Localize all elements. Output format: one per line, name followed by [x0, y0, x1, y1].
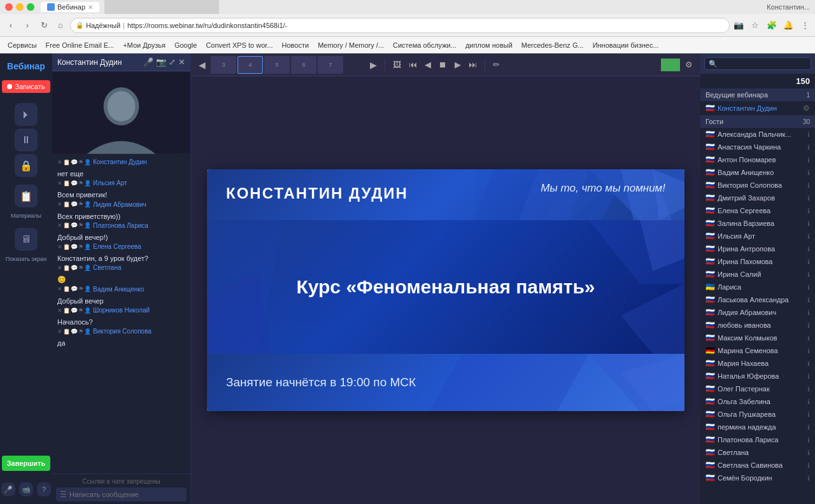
mic-header-icon[interactable]: 🎤 [143, 57, 153, 67]
notification-icon[interactable]: 🔔 [782, 19, 795, 32]
next-nav-button[interactable]: ⏭ [466, 59, 479, 71]
image-tool-button[interactable]: 🖼 [390, 59, 404, 71]
slide-thumb-7[interactable]: 7 [318, 56, 343, 74]
sidebar-icon-3[interactable]: 🔒 [15, 154, 38, 177]
info-icon[interactable]: ℹ [807, 169, 810, 176]
list-item: 🇷🇺Ирина Пахомоваℹ [700, 255, 815, 268]
maximize-window-dot[interactable] [27, 3, 34, 11]
flag-icon: 🇷🇺 [705, 359, 715, 368]
info-icon[interactable]: ℹ [807, 284, 810, 291]
new-tab-area[interactable] [104, 0, 219, 14]
info-icon[interactable]: ℹ [807, 233, 810, 240]
info-icon[interactable]: ℹ [807, 475, 810, 482]
close-window-dot[interactable] [5, 3, 13, 11]
browser-tab[interactable]: Вебинар ✕ [41, 2, 99, 12]
stop-tool-button[interactable]: ⏹ [436, 59, 450, 71]
materials-icon[interactable]: 📋 [15, 185, 38, 207]
next-slide-button[interactable]: ▶ [367, 59, 379, 71]
record-button[interactable]: Записать [2, 80, 50, 93]
refresh-button[interactable]: ↻ [37, 18, 51, 32]
extension-icon[interactable]: 🧩 [765, 19, 778, 32]
info-icon[interactable]: ℹ [807, 220, 810, 227]
bookmark-10[interactable]: Инновации бизнес... [589, 40, 663, 50]
sidebar-icon-1[interactable]: ⏵ [15, 103, 38, 126]
star-icon[interactable]: ☆ [749, 19, 762, 32]
close-header-icon[interactable]: ✕ [178, 57, 185, 67]
info-icon[interactable]: ℹ [807, 246, 810, 253]
info-icon[interactable]: ℹ [807, 322, 810, 329]
info-icon[interactable]: ℹ [807, 258, 810, 265]
info-icon[interactable]: ℹ [807, 449, 810, 456]
camera-icon[interactable]: 📷 [732, 19, 745, 32]
info-icon[interactable]: ℹ [807, 360, 810, 367]
msg-flag-icon[interactable]: ⚑ [78, 159, 83, 165]
play-nav-button[interactable]: ▶ [452, 59, 464, 71]
info-icon[interactable]: ℹ [807, 347, 810, 354]
info-icon[interactable]: ℹ [807, 207, 810, 214]
bookmark-7[interactable]: Система обслужи... [389, 40, 460, 50]
help-icon[interactable]: ? [37, 482, 51, 496]
flag-icon: 🇷🇺 [705, 384, 715, 393]
bookmark-5[interactable]: Новости [278, 40, 313, 50]
cam-icon[interactable]: 📹 [19, 482, 33, 496]
home-button[interactable]: ⌂ [53, 18, 67, 32]
expand-header-icon[interactable]: ⤢ [169, 57, 176, 67]
participant-name: любовь иванова [718, 321, 805, 329]
info-icon[interactable]: ℹ [807, 297, 810, 304]
chat-input[interactable] [69, 491, 183, 498]
info-icon[interactable]: ℹ [807, 309, 810, 316]
msg-copy-icon[interactable]: 📋 [63, 159, 70, 165]
info-icon[interactable]: ℹ [807, 195, 810, 202]
minimize-window-dot[interactable] [16, 3, 24, 11]
show-screen-icon[interactable]: 🖥 [15, 228, 38, 251]
prev-slide-button[interactable]: ◀ [196, 59, 208, 71]
bookmark-0[interactable]: Сервисы [4, 40, 41, 50]
bookmark-9[interactable]: Mercedes-Benz G... [518, 40, 588, 50]
info-icon[interactable]: ℹ [807, 131, 810, 138]
msg-bubble-icon[interactable]: 💬 [71, 159, 78, 165]
settings-button[interactable]: ⚙ [683, 59, 695, 71]
bookmark-6[interactable]: Memory / Memory /... [314, 40, 388, 50]
info-icon[interactable]: ℹ [807, 144, 810, 151]
end-button[interactable]: Завершить [2, 456, 51, 471]
info-icon[interactable]: ℹ [807, 182, 810, 189]
slide-thumb-3[interactable]: 3 [211, 56, 236, 74]
info-icon[interactable]: ℹ [807, 373, 810, 380]
menu-icon[interactable]: ⋮ [798, 19, 811, 32]
slide-thumb-4[interactable]: 4 [237, 56, 263, 74]
info-icon[interactable]: ℹ [807, 157, 810, 164]
search-input[interactable] [704, 57, 811, 70]
address-box[interactable]: 🔒 Надёжный | https://rooms.webinar.tw/ru… [70, 18, 730, 33]
bookmark-4[interactable]: Convert XPS to wor... [202, 40, 276, 50]
info-icon[interactable]: ℹ [807, 335, 810, 342]
forward-button[interactable]: › [20, 18, 34, 32]
info-icon[interactable]: ℹ [807, 271, 810, 278]
slide-thumb-5[interactable]: 5 [264, 56, 290, 74]
back-nav-button[interactable]: ◀ [422, 59, 434, 71]
host-settings-icon[interactable]: ⚙ [803, 104, 810, 113]
bookmark-8[interactable]: диплом новый [462, 40, 516, 50]
msg-person-icon[interactable]: 👤 [84, 159, 91, 165]
chat-input-area[interactable]: ☰ [56, 487, 187, 501]
info-icon[interactable]: ℹ [807, 437, 810, 444]
msg-username: Константин Дудин [93, 158, 147, 165]
back-button[interactable]: ‹ [4, 18, 18, 32]
chat-menu-icon[interactable]: ☰ [60, 490, 67, 499]
msg-x-icon[interactable]: ✕ [57, 159, 62, 165]
bookmark-3[interactable]: Google [171, 40, 201, 50]
info-icon[interactable]: ℹ [807, 424, 810, 431]
prev-nav-button[interactable]: ⏮ [406, 59, 420, 71]
info-icon[interactable]: ℹ [807, 462, 810, 469]
sidebar-icon-2[interactable]: ⏸ [15, 129, 38, 151]
tab-close-icon[interactable]: ✕ [88, 4, 93, 11]
info-icon[interactable]: ℹ [807, 398, 810, 405]
msg-text: нет еще [57, 169, 185, 178]
bookmark-1[interactable]: Free Online Email E... [42, 40, 118, 50]
mic-icon[interactable]: 🎤 [1, 482, 15, 496]
info-icon[interactable]: ℹ [807, 411, 810, 418]
info-icon[interactable]: ℹ [807, 386, 810, 393]
bookmark-2[interactable]: +Мои Друзья [119, 40, 169, 50]
pen-tool-button[interactable]: ✏ [490, 59, 502, 71]
cam-header-icon[interactable]: 📷 [156, 57, 166, 67]
slide-thumb-6[interactable]: 6 [291, 56, 316, 74]
